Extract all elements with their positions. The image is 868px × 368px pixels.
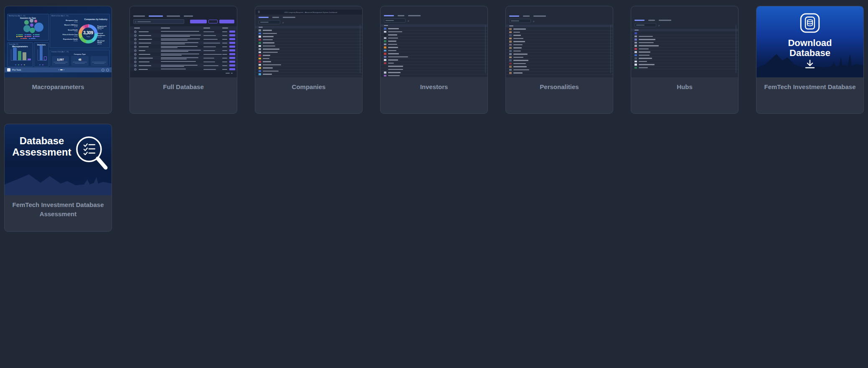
bubble-legend [9, 34, 47, 39]
list-row [631, 60, 738, 64]
metric-cards: 3,09746 [52, 56, 108, 66]
thumbnail-personalities: ⌕ [506, 6, 613, 77]
bubble [30, 28, 35, 33]
list-row [631, 66, 738, 70]
row-icon [259, 54, 261, 56]
row-name [263, 30, 272, 31]
row-icon [384, 40, 386, 42]
bar [44, 56, 47, 60]
table-row [130, 56, 237, 60]
row-icon [384, 56, 386, 58]
list-row [381, 59, 487, 62]
bubble [34, 20, 37, 23]
row-icon [509, 41, 512, 43]
card-personalities[interactable]: ⌕ Personalities [505, 6, 613, 114]
row-icon [259, 42, 261, 44]
card-investors[interactable]: ⌕ Investors [380, 6, 488, 114]
list-row [506, 28, 613, 31]
row-action-button [229, 34, 235, 36]
row-icon [635, 45, 637, 47]
search-row: ⌕ [509, 19, 609, 23]
row-icon [635, 57, 637, 59]
row-icon [259, 70, 261, 72]
row-icon [635, 51, 637, 53]
list-row [381, 74, 487, 78]
list-rows [506, 28, 613, 75]
list-row [631, 48, 738, 51]
list-row [255, 70, 362, 73]
row-name [639, 36, 653, 37]
row-name [263, 42, 274, 43]
row-icon [384, 69, 386, 71]
title-bar: ☰ OKG Longevity Blueprints - Advanced Ma… [255, 10, 362, 15]
row-action-button [229, 61, 235, 63]
list-row [381, 52, 487, 56]
thumbnail-title-line1: Database [7, 135, 76, 146]
legend-row [9, 36, 47, 37]
row-name [513, 35, 521, 36]
thumbnail-companies: ☰ OKG Longevity Blueprints - Advanced Ma… [255, 6, 362, 77]
card-full-database[interactable]: ⌕ Full Database [129, 6, 237, 114]
bar [13, 48, 17, 60]
row-name [513, 60, 528, 61]
card-label: Hubs [638, 82, 731, 92]
list-row [506, 59, 613, 62]
tab [648, 20, 655, 21]
row-icon [509, 59, 512, 61]
list-row [381, 40, 487, 43]
row-name [263, 64, 281, 66]
card-label: FemTech Investment Database Assessment [12, 200, 104, 219]
list-row [255, 66, 362, 70]
legend-chip [20, 38, 27, 39]
row-name [388, 56, 408, 58]
donut-label: Women's Wellness6.4% [64, 24, 78, 28]
list-row [506, 62, 613, 66]
avatar [134, 57, 137, 59]
row-icon [635, 42, 637, 44]
row-icon [384, 43, 386, 46]
toolbar-button [190, 20, 207, 23]
legend-row [9, 34, 47, 36]
list-rows [381, 27, 487, 77]
row-name [263, 46, 275, 47]
row-name [639, 55, 650, 56]
search-input [509, 19, 531, 23]
tab [408, 15, 421, 16]
search-row: ⌕ [635, 23, 735, 27]
pagination-dots [58, 69, 64, 70]
table-row [130, 67, 237, 71]
list-row [255, 32, 362, 36]
metric-card: 3,097 [52, 56, 69, 66]
search-input: ⌕ [133, 19, 184, 24]
row-name [639, 42, 654, 43]
list-row [631, 54, 738, 57]
avatar [134, 42, 137, 44]
row-icon [635, 36, 637, 38]
x-axis [11, 60, 30, 61]
row-icon [509, 69, 512, 71]
row-name [263, 39, 273, 41]
thumbnail-database-assessment: Database Assessment [5, 124, 112, 195]
row-action-button [229, 38, 235, 40]
row-icon [635, 64, 637, 66]
card-femtech-investment-database-assessment[interactable]: Database Assessment FemTech Investment D… [4, 124, 112, 232]
thumbnail-hubs: ⌕ [631, 6, 738, 77]
card-label: FemTech Investment Database [764, 82, 856, 92]
row-name [513, 38, 523, 39]
y-axis [38, 49, 38, 61]
table-row [130, 30, 237, 33]
card-femtech-investment-database[interactable]: Download Database FemTech Investment Dat… [756, 6, 864, 114]
toolbar-icon [106, 69, 109, 72]
list-row [506, 40, 613, 43]
card-hubs[interactable]: ⌕ Hubs [631, 6, 739, 114]
card-companies[interactable]: ☰ OKG Longevity Blueprints - Advanced Ma… [255, 6, 363, 114]
row-name [513, 44, 523, 46]
database-icon [800, 13, 820, 33]
card-macroparameters[interactable]: Monthly Data (Apr 1 - 21) Investors by T… [4, 6, 112, 114]
tab [184, 15, 193, 17]
list-rows [631, 32, 738, 69]
row-action-button [229, 49, 235, 51]
list-row [506, 72, 613, 75]
avatar [134, 49, 137, 52]
bar-legend [34, 64, 48, 65]
